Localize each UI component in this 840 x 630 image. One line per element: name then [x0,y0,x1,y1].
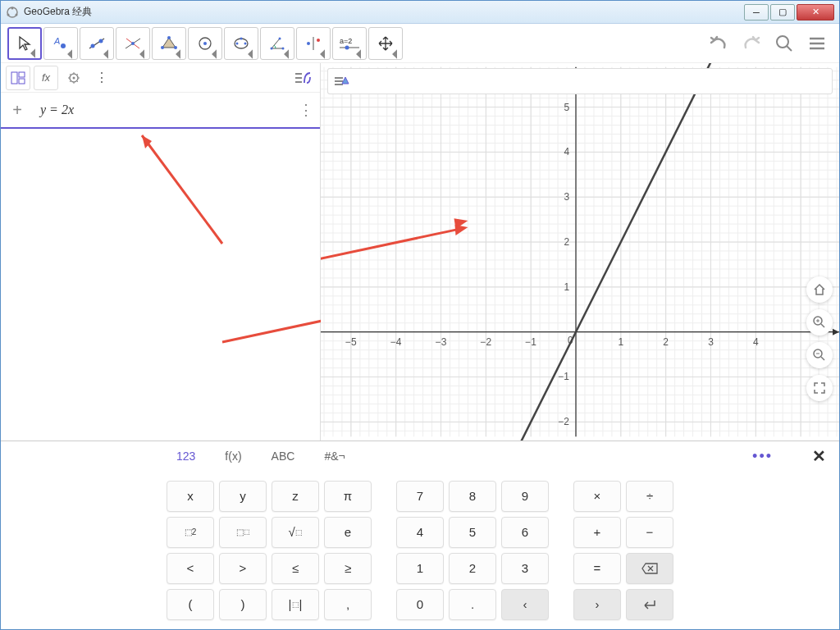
zoom-out-button[interactable] [806,342,833,368]
key->[interactable]: > [219,553,267,584]
svg-point-13 [167,36,171,39]
algebra-view-button[interactable] [6,66,30,90]
svg-point-20 [244,42,247,44]
svg-point-24 [279,37,281,39]
key-0[interactable]: 0 [396,589,444,620]
key-.[interactable]: . [449,589,496,620]
add-input-button[interactable]: + [7,100,27,120]
kb-close-button[interactable]: ✕ [812,446,826,466]
key-9[interactable]: 9 [501,481,549,512]
key-×[interactable]: × [573,481,621,512]
tool-circle[interactable] [188,27,222,60]
tool-polygon[interactable] [152,27,186,60]
svg-rect-37 [19,72,25,77]
key-x[interactable]: x [167,481,214,512]
key-e[interactable]: e [324,517,372,548]
zoom-in-button[interactable] [806,309,833,336]
svg-line-56 [821,324,824,327]
key-›[interactable]: › [573,589,621,620]
tool-line[interactable] [80,27,114,60]
undo-button[interactable] [703,29,734,58]
key-+[interactable]: + [573,517,621,548]
key-6[interactable]: 6 [501,517,549,548]
svg-text:A: A [53,36,60,46]
redo-button[interactable] [736,29,767,58]
key-8[interactable]: 8 [449,481,496,512]
svg-text:1: 1 [564,281,569,293]
key-|▢|[interactable]: |⬚| [272,589,319,620]
key-1[interactable]: 1 [396,553,444,584]
key-<[interactable]: < [167,553,214,584]
svg-text:5: 5 [564,102,569,113]
tool-angle[interactable] [260,27,294,60]
svg-text:2: 2 [564,236,569,248]
maximize-button[interactable]: ▢ [770,4,795,21]
svg-text:−1: −1 [525,336,536,348]
app-icon [6,6,19,19]
zoom-home-button[interactable] [806,276,833,303]
svg-line-46 [222,291,321,342]
coordinate-grid[interactable]: −5−4−3−2−11234−2−1123450 [321,63,839,441]
kb-tab-abc[interactable]: ABC [260,445,307,468]
key-‹[interactable]: ‹ [501,589,549,620]
key-7[interactable]: 7 [396,481,444,512]
minimize-button[interactable]: ─ [744,4,769,21]
style-button[interactable] [330,71,353,92]
key-2[interactable]: 2 [449,553,496,584]
key-)[interactable]: ) [219,589,267,620]
fullscreen-button[interactable] [806,375,833,401]
svg-point-22 [271,47,273,49]
annotation-arrows [1,129,321,424]
kb-tab-fx[interactable]: f(x) [213,445,253,468]
key-▢²[interactable]: ⬚2 [167,517,214,548]
svg-point-1 [11,7,14,9]
input-row[interactable]: + y = 2x ⋮ [1,93,320,129]
graphics-toolbar-right [327,68,833,94]
key-−[interactable]: − [626,517,673,548]
key-=[interactable]: = [573,553,621,584]
row-menu-icon[interactable]: ⋮ [299,101,313,119]
search-button[interactable] [769,29,800,58]
svg-point-19 [236,42,239,44]
formula-text[interactable]: y = 2x [40,103,74,117]
algebra-sort-button[interactable] [290,66,315,90]
key-π[interactable]: π [324,481,372,512]
tool-reflect[interactable] [296,27,331,60]
svg-text:3: 3 [564,191,569,203]
tool-move-graphics[interactable] [368,27,403,60]
key-3[interactable]: 3 [501,553,549,584]
kb-tab-sym[interactable]: #&¬ [313,445,356,468]
key-√▢[interactable]: √⬚ [272,517,319,548]
graphics-panel[interactable]: ⋮ −5−4−3−2−11234−2−1123450 [321,63,839,441]
key-y[interactable]: y [219,481,267,512]
svg-point-40 [73,76,75,79]
close-button[interactable]: ✕ [797,4,834,21]
kb-tab-123[interactable]: 123 [165,445,207,468]
key-z[interactable]: z [272,481,319,512]
tool-perpendicular[interactable] [116,27,150,60]
key-4[interactable]: 4 [396,517,444,548]
tool-point[interactable]: A [43,27,78,60]
menu-button[interactable] [801,29,833,58]
tool-move[interactable] [7,27,42,60]
titlebar[interactable]: GeoGebra 经典 ─ ▢ ✕ [1,1,839,24]
svg-point-11 [131,42,135,45]
algebra-more-icon[interactable]: ⋮ [89,66,114,90]
key-⌫[interactable] [626,553,673,584]
svg-point-27 [317,39,320,42]
fx-button[interactable]: fx [34,66,58,90]
key-5[interactable]: 5 [449,517,496,548]
algebra-settings-icon[interactable] [62,66,86,90]
svg-point-8 [99,39,103,43]
svg-marker-181 [833,329,839,336]
key-↵[interactable] [626,589,673,620]
key-≥[interactable]: ≥ [324,553,372,584]
key-([interactable]: ( [167,589,214,620]
key-▢▫[interactable]: ⬚⬚ [219,517,267,548]
key-,[interactable]: , [324,589,372,620]
tool-conic[interactable] [224,27,258,60]
key-≤[interactable]: ≤ [272,553,319,584]
tool-slider[interactable]: a=2 [332,27,367,60]
key-÷[interactable]: ÷ [626,481,673,512]
kb-more-button[interactable]: ••• [752,448,806,465]
